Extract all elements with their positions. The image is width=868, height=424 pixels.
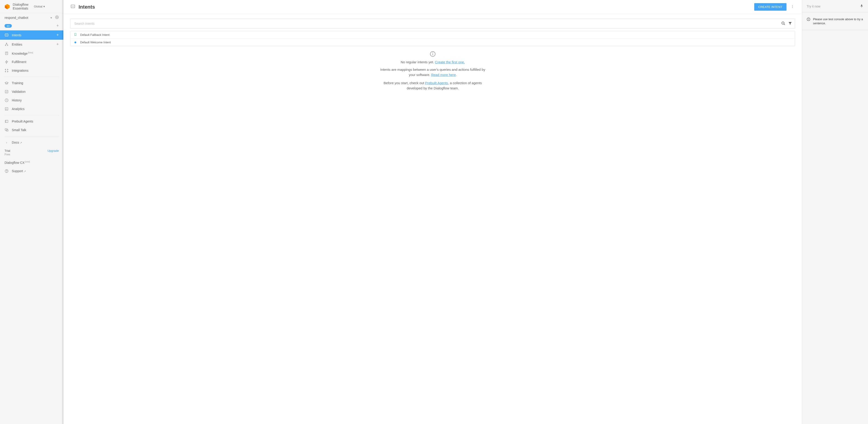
nav-integrations[interactable]: Integrations <box>0 66 63 75</box>
svg-point-2 <box>57 17 57 18</box>
svg-point-31 <box>792 5 793 6</box>
region-label: Global <box>34 5 42 8</box>
intent-row-welcome[interactable]: Default Welcome Intent <box>71 39 795 46</box>
svg-rect-21 <box>5 120 8 123</box>
nav-entities-label: Entities <box>12 43 22 46</box>
sidebar-scrollbar[interactable] <box>62 0 63 424</box>
nav-entities[interactable]: Entities + <box>0 40 63 49</box>
nav-small-talk[interactable]: Small Talk <box>0 126 63 134</box>
nav-prebuilt-agents[interactable]: Prebuilt Agents <box>0 117 63 126</box>
new-badge: [new] <box>25 161 30 163</box>
trial-row: Trial Free Upgrade <box>0 147 63 158</box>
try-it-input[interactable] <box>807 4 860 8</box>
add-entity-button[interactable]: + <box>56 42 59 47</box>
validation-icon <box>4 90 9 94</box>
main-body: Default Fallback Intent Default Welcome … <box>64 14 802 102</box>
add-language-button[interactable]: + <box>56 23 59 28</box>
svg-point-30 <box>73 6 74 7</box>
nav-support-label: Support <box>12 169 23 173</box>
create-intent-button[interactable]: CREATE INTENT <box>754 3 786 11</box>
agent-selector-row: respond_chatbot ▾ <box>0 13 63 22</box>
nav-analytics[interactable]: Analytics <box>0 105 63 113</box>
gear-icon[interactable] <box>55 15 59 20</box>
svg-line-10 <box>6 43 7 45</box>
nav-small-talk-label: Small Talk <box>12 128 26 132</box>
nav-history-label: History <box>12 98 22 102</box>
nav-support[interactable]: Support↗ <box>0 167 63 175</box>
svg-point-34 <box>782 22 784 24</box>
dialogflow-logo-icon <box>4 3 10 10</box>
main: Intents CREATE INTENT <box>64 0 802 424</box>
external-link-icon: ↗ <box>20 141 22 144</box>
nav-validation[interactable]: Validation <box>0 87 63 96</box>
nav-docs-label: Docs <box>12 141 19 144</box>
svg-point-33 <box>792 7 793 8</box>
history-icon <box>4 98 9 102</box>
external-link-icon-2: ↗ <box>24 170 26 173</box>
try-header <box>802 0 868 13</box>
empty-state: No regular intents yet. Create the first… <box>70 46 795 98</box>
svg-point-32 <box>792 6 793 7</box>
create-first-intent-link[interactable]: Create the first one. <box>435 60 465 64</box>
info-icon <box>430 51 436 57</box>
more-menu-icon[interactable] <box>790 4 795 10</box>
intent-row-label: Default Fallback Intent <box>80 33 110 36</box>
nav-divider-3 <box>4 136 59 136</box>
svg-line-35 <box>784 24 785 25</box>
try-it-panel: Please use test console above to try a s… <box>802 0 868 424</box>
prebuilt-agents-link[interactable]: Prebuilt Agents <box>425 81 448 85</box>
search-icon[interactable] <box>781 21 785 26</box>
intent-row-fallback[interactable]: Default Fallback Intent <box>71 31 795 39</box>
microphone-icon[interactable] <box>860 4 864 8</box>
try-note-text: Please use test console above to try a s… <box>813 17 864 25</box>
upgrade-link[interactable]: Upgrade <box>48 149 59 153</box>
nav-knowledge[interactable]: Knowledge[beta] <box>0 49 63 58</box>
svg-rect-15 <box>5 90 8 93</box>
nav-fulfillment[interactable]: Fulfillment <box>0 58 63 66</box>
brand: Dialogflow Essentials Global ▾ <box>0 0 63 13</box>
svg-point-29 <box>73 6 73 7</box>
language-row: en + <box>0 22 63 30</box>
caret-down-icon: ▾ <box>43 5 45 8</box>
language-chip[interactable]: en <box>4 24 12 28</box>
add-intent-button[interactable]: + <box>56 33 59 37</box>
fulfillment-icon <box>4 60 9 64</box>
empty-line1-prefix: No regular intents yet. <box>401 60 435 64</box>
intent-list: Default Fallback Intent Default Welcome … <box>70 31 795 46</box>
search-box <box>70 19 795 29</box>
nav-intents-label: Intents <box>12 33 21 37</box>
small-talk-icon <box>4 128 9 132</box>
nav-history[interactable]: History <box>0 96 63 105</box>
nav-knowledge-label: Knowledge <box>12 52 28 55</box>
agent-dropdown-caret-icon[interactable]: ▾ <box>51 16 52 20</box>
svg-point-7 <box>6 43 7 43</box>
search-input[interactable] <box>73 20 781 28</box>
svg-point-9 <box>7 45 8 45</box>
analytics-icon <box>4 107 9 111</box>
nav-prebuilt-agents-label: Prebuilt Agents <box>12 120 33 123</box>
filter-icon[interactable] <box>788 21 792 26</box>
nav-docs[interactable]: › Docs↗ <box>0 138 63 147</box>
nav-analytics-label: Analytics <box>12 107 25 111</box>
integrations-icon <box>4 68 9 73</box>
nav-dialogflow-cx[interactable]: Dialogflow CX[new] <box>0 158 63 167</box>
nav-intents[interactable]: Intents + <box>0 30 63 40</box>
try-note: Please use test console above to try a s… <box>802 13 868 30</box>
nav-validation-label: Validation <box>12 90 25 94</box>
region-selector[interactable]: Global ▾ <box>34 5 45 8</box>
entities-icon <box>4 42 9 46</box>
intent-row-label: Default Welcome Intent <box>80 41 111 44</box>
bookmark-icon <box>74 33 77 37</box>
support-icon <box>4 169 9 173</box>
agent-name: respond_chatbot <box>4 16 28 20</box>
read-more-link[interactable]: Read more here <box>431 73 456 77</box>
nav-integrations-label: Integrations <box>12 69 28 72</box>
trial-label: Trial <box>4 149 10 153</box>
info-outline-icon <box>807 17 810 25</box>
knowledge-icon <box>4 51 9 55</box>
nav-dialogflow-cx-label: Dialogflow CX <box>4 161 25 164</box>
nav-training[interactable]: Training <box>0 79 63 87</box>
svg-point-8 <box>5 45 6 45</box>
nav-training-label: Training <box>12 81 23 85</box>
beta-badge: [beta] <box>28 52 33 54</box>
